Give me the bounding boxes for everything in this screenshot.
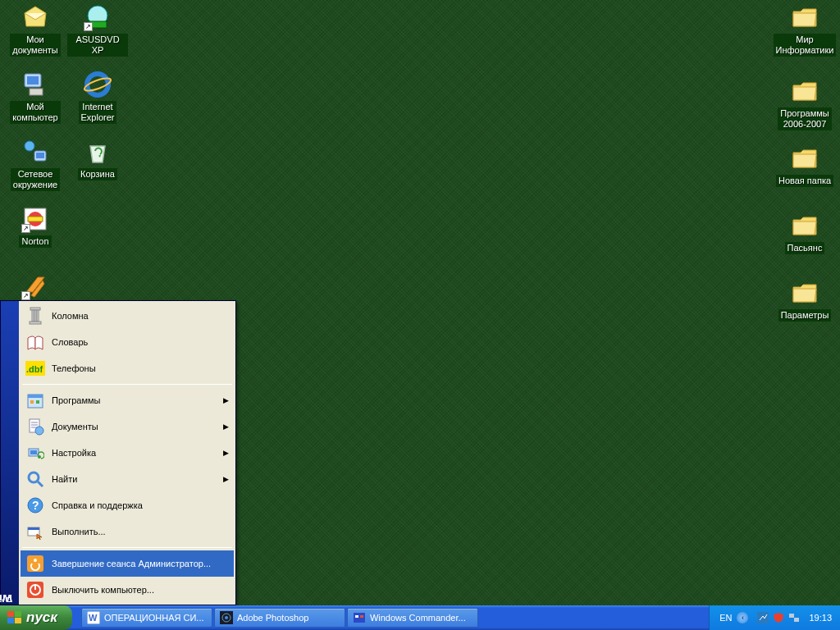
network-icon — [21, 138, 49, 166]
svg-rect-22 — [30, 400, 34, 404]
help-icon: ? — [25, 495, 45, 515]
svg-point-7 — [25, 141, 34, 151]
my-computer-icon[interactable]: Мойкомпьютер — [5, 71, 66, 124]
folder-mir-informatiki[interactable]: МирИнформатики — [774, 3, 835, 57]
word-icon: W — [87, 611, 100, 624]
internet-explorer-icon[interactable]: InternetExplorer — [67, 71, 128, 124]
taskbar-button-photoshop[interactable]: Adobe Photoshop — [214, 608, 345, 628]
icon-label: Моидокументы — [10, 34, 61, 57]
svg-point-29 — [29, 472, 39, 482]
folder-programs-2006[interactable]: Программы2006-2007 — [774, 77, 835, 130]
svg-point-28 — [38, 455, 41, 459]
desktop[interactable]: Моидокументы ↗ ASUSDVD XP Мойкомпьютер I… — [0, 0, 840, 605]
start-menu: Windows XP Professional Коломна Словарь … — [0, 300, 236, 605]
menu-label: Справка и поддержка — [52, 500, 229, 510]
submenu-arrow-icon: ▶ — [223, 422, 229, 431]
docs-menu-icon — [25, 417, 45, 436]
folder-icon — [791, 279, 819, 307]
documents-icon — [21, 3, 49, 31]
start-label: пуск — [26, 609, 57, 626]
taskbar-button-word[interactable]: W ОПЕРАЦИОННАЯ СИ... — [81, 608, 212, 628]
start-menu-banner: Windows XP Professional — [1, 301, 19, 605]
start-item-kolomna[interactable]: Коломна — [21, 303, 234, 329]
asusdvd-icon[interactable]: ↗ ASUSDVD XP — [67, 3, 128, 57]
icon-label: Программы2006-2007 — [778, 107, 831, 130]
icon-label: МирИнформатики — [774, 34, 837, 57]
svg-rect-21 — [28, 395, 43, 398]
start-item-documents[interactable]: Документы ▶ — [21, 413, 234, 440]
menu-label: Настройка — [52, 448, 220, 458]
svg-text:.dbf: .dbf — [26, 364, 43, 374]
programs-icon — [25, 390, 45, 410]
menu-label: Выключить компьютер... — [52, 585, 229, 595]
svg-rect-34 — [28, 527, 39, 530]
menu-label: Завершение сеанса Администратор... — [52, 559, 229, 568]
recycle-bin-icon[interactable]: Корзина — [67, 138, 128, 180]
svg-point-36 — [34, 559, 37, 562]
taskbar: пуск W ОПЕРАЦИОННАЯ СИ... Adobe Photosho… — [0, 605, 840, 630]
folder-new[interactable]: Новая папка — [774, 144, 835, 187]
svg-rect-9 — [36, 153, 44, 158]
taskbar-button-wincmd[interactable]: Windows Commander... — [347, 608, 478, 628]
icon-label: Корзина — [78, 168, 117, 180]
svg-rect-12 — [28, 217, 43, 221]
svg-text:?: ? — [32, 499, 39, 512]
svg-rect-4 — [30, 89, 43, 95]
logoff-icon — [25, 554, 45, 573]
dbf-icon: .dbf — [25, 358, 45, 378]
svg-point-25 — [35, 427, 43, 435]
run-icon — [25, 522, 45, 541]
svg-rect-41 — [15, 611, 21, 617]
start-item-shutdown[interactable]: Выключить компьютер... — [21, 577, 234, 603]
svg-rect-50 — [355, 615, 358, 618]
svg-rect-23 — [36, 400, 39, 404]
menu-label: Документы — [52, 422, 220, 431]
tray-speedstep-icon[interactable] — [756, 611, 769, 624]
start-item-logoff[interactable]: Завершение сеанса Администратор... — [21, 550, 234, 577]
svg-rect-54 — [794, 618, 799, 622]
tray-network-icon[interactable] — [788, 611, 801, 624]
svg-rect-3 — [27, 76, 39, 84]
my-documents-icon[interactable]: Моидокументы — [5, 3, 66, 57]
submenu-arrow-icon: ▶ — [223, 449, 229, 457]
winamp-icon[interactable]: ↗ — [5, 272, 66, 303]
submenu-arrow-icon: ▶ — [223, 475, 229, 483]
menu-label: Программы — [52, 395, 220, 405]
folder-parameters[interactable]: Параметры — [774, 279, 835, 322]
language-indicator[interactable]: EN — [714, 613, 737, 623]
svg-rect-42 — [7, 618, 14, 623]
start-item-search[interactable]: Найти ▶ — [21, 466, 234, 492]
norton-icon[interactable]: ↗ Norton — [5, 205, 66, 248]
start-item-settings[interactable]: Настройка ▶ — [21, 440, 234, 466]
svg-rect-53 — [789, 614, 794, 618]
tray-shield-icon[interactable] — [772, 611, 785, 624]
start-item-programs[interactable]: Программы ▶ — [21, 387, 234, 413]
folder-icon — [791, 144, 819, 172]
column-icon — [25, 306, 45, 326]
start-item-phones[interactable]: .dbf Телефоны — [21, 355, 234, 381]
task-label: ОПЕРАЦИОННАЯ СИ... — [104, 613, 204, 623]
tray-expand-icon[interactable]: ‹ — [737, 612, 748, 623]
svg-rect-52 — [757, 612, 769, 623]
start-item-run[interactable]: Выполнить... — [21, 518, 234, 545]
task-label: Adobe Photoshop — [237, 613, 308, 623]
start-item-help[interactable]: ? Справка и поддержка — [21, 492, 234, 518]
system-tray: EN ‹ 19:13 — [709, 605, 840, 630]
svg-rect-43 — [15, 618, 21, 623]
svg-rect-17 — [30, 322, 41, 324]
start-button[interactable]: пуск — [0, 605, 72, 630]
clock[interactable]: 19:13 — [806, 613, 832, 623]
svg-rect-40 — [7, 611, 14, 617]
windows-logo-icon — [7, 610, 23, 625]
icon-label: Norton — [19, 235, 51, 248]
recycle-icon — [84, 138, 112, 166]
start-item-dictionary[interactable]: Словарь — [21, 329, 234, 355]
photoshop-icon — [220, 611, 233, 624]
folder-solitaire[interactable]: Пасьянс — [774, 212, 835, 254]
book-icon — [25, 332, 45, 352]
svg-rect-14 — [32, 310, 34, 322]
network-places-icon[interactable]: Сетевоеокружение — [5, 138, 66, 191]
svg-text:W: W — [89, 613, 98, 623]
svg-line-30 — [38, 482, 43, 486]
svg-rect-16 — [37, 310, 39, 322]
